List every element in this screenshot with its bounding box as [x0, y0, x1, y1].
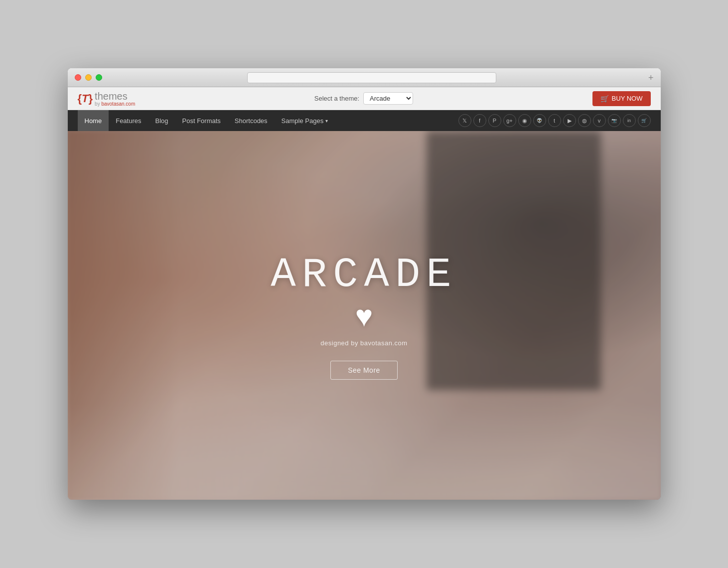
see-more-label: See More: [348, 366, 380, 374]
close-button[interactable]: [75, 74, 81, 81]
cart-icon: 🛒: [600, 95, 609, 103]
dribbble-icon[interactable]: ◉: [518, 114, 531, 127]
instagram-icon[interactable]: 📷: [608, 114, 621, 127]
theme-selector-label: Select a theme:: [314, 95, 359, 102]
theme-selector: Select a theme: Arcade: [314, 92, 413, 105]
browser-window: + { T } themes by bavotasan.com Select a…: [68, 68, 661, 500]
googleplus-icon[interactable]: g+: [503, 114, 516, 127]
pinterest-icon[interactable]: P: [488, 114, 501, 127]
youtube-icon[interactable]: ▶: [563, 114, 576, 127]
logo-brace-close: }: [89, 92, 93, 105]
top-toolbar: { T } themes by bavotasan.com Select a t…: [68, 87, 661, 110]
hero-title: ARCADE: [271, 251, 457, 298]
basket-icon[interactable]: 🛒: [638, 114, 651, 127]
hero-content: ARCADE ♥ designed by bavotasan.com See M…: [68, 131, 661, 500]
title-bar: +: [68, 68, 661, 87]
nav-post-formats[interactable]: Post Formats: [175, 110, 228, 131]
see-more-button[interactable]: See More: [330, 361, 398, 380]
twitter-icon[interactable]: 𝕏: [458, 114, 471, 127]
logo-themes-text: themes: [95, 91, 135, 102]
nav-features[interactable]: Features: [109, 110, 148, 131]
title-bar-center: [102, 72, 642, 83]
logo-brace-open: {: [78, 92, 82, 105]
logo-t: T: [82, 92, 88, 105]
logo-domain: by bavotasan.com: [95, 102, 135, 107]
traffic-lights: [75, 74, 102, 81]
nav-sample-pages[interactable]: Sample Pages ▾: [275, 110, 335, 131]
nav-sample-pages-label: Sample Pages: [282, 117, 324, 125]
buy-now-label: BUY NOW: [612, 95, 643, 102]
nav-bar: Home Features Blog Post Formats Shortcod…: [68, 110, 661, 131]
logo-text-block: themes by bavotasan.com: [95, 91, 135, 107]
heart-icon: ♥: [355, 301, 373, 331]
title-bar-right: +: [642, 73, 654, 82]
vimeo-icon[interactable]: v: [593, 114, 606, 127]
tumblr-icon[interactable]: t: [548, 114, 561, 127]
new-tab-button[interactable]: +: [648, 73, 654, 82]
reddit-icon[interactable]: 👽: [533, 114, 546, 127]
designed-by-text: designed by bavotasan.com: [320, 339, 407, 347]
buy-now-button[interactable]: 🛒 BUY NOW: [592, 91, 651, 106]
facebook-icon[interactable]: f: [473, 114, 486, 127]
logo-area: { T } themes by bavotasan.com: [78, 91, 136, 107]
nav-blog[interactable]: Blog: [148, 110, 175, 131]
flickr-icon[interactable]: ◍: [578, 114, 591, 127]
nav-links: Home Features Blog Post Formats Shortcod…: [78, 110, 335, 131]
maximize-button[interactable]: [96, 74, 102, 81]
logo-by: by: [95, 101, 100, 107]
theme-dropdown[interactable]: Arcade: [363, 92, 413, 105]
social-icons: 𝕏 f P g+ ◉ 👽 t ▶ ◍ v 📷 in 🛒: [458, 114, 651, 127]
minimize-button[interactable]: [85, 74, 92, 81]
chevron-down-icon: ▾: [325, 118, 328, 124]
logo-domain-text: bavotasan.com: [101, 101, 135, 107]
nav-home[interactable]: Home: [78, 110, 109, 131]
hero-section: ARCADE ♥ designed by bavotasan.com See M…: [68, 131, 661, 500]
linkedin-icon[interactable]: in: [623, 114, 636, 127]
address-bar[interactable]: [247, 72, 496, 83]
nav-shortcodes[interactable]: Shortcodes: [228, 110, 275, 131]
